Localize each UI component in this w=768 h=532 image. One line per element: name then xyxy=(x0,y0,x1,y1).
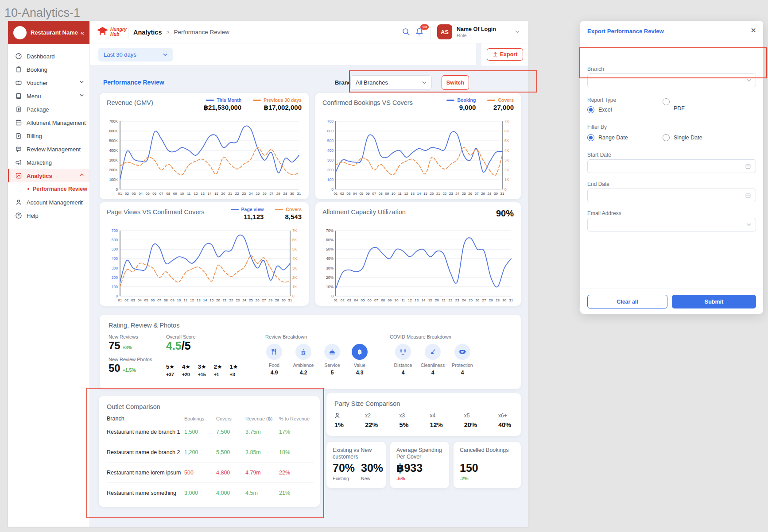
star-breakdown: 5★+37 4★+20 3★+15 2★+1 1★+3 xyxy=(166,363,238,377)
svg-text:10: 10 xyxy=(392,192,396,196)
breakdown-item-label: Food xyxy=(261,362,287,368)
user-avatar: AS xyxy=(437,24,452,39)
submit-button[interactable]: Submit xyxy=(672,295,756,308)
sidebar-item-label: Booking xyxy=(27,66,47,73)
dashboard-icon xyxy=(15,53,22,60)
sidebar-item-performance-review[interactable]: Performance Review xyxy=(8,182,89,196)
email-address-label: Email Address xyxy=(587,210,621,216)
single-date-radio-option[interactable]: Single Date xyxy=(663,134,702,141)
outlet-comparison-table: Branch Bookings Covers Revenue (฿) % to … xyxy=(107,416,314,503)
billing-icon xyxy=(15,132,22,139)
clear-all-button[interactable]: Clear all xyxy=(587,295,667,308)
user-menu[interactable]: AS Name Of Login Role xyxy=(437,24,496,39)
svg-text:09: 09 xyxy=(388,298,392,302)
pageviews-covers-chart-plot: 7007K6006K5005K4004K3003K2002K1001K00010… xyxy=(105,228,303,303)
sidebar-item-voucher[interactable]: Voucher xyxy=(8,76,89,89)
star-group: 2★+1 xyxy=(214,363,222,377)
svg-text:0: 0 xyxy=(116,187,118,192)
svg-text:27: 27 xyxy=(475,192,479,196)
sidebar-item-booking[interactable]: Booking xyxy=(8,63,89,76)
branch-cell: Restaurant name lorem ipsum xyxy=(107,470,184,476)
star-delta: +37 xyxy=(166,372,174,377)
allotment-capacity-card: Allotment Capacity Utilization 90% 70%60… xyxy=(315,202,521,306)
sidebar-item-menu[interactable]: Menu xyxy=(8,89,89,103)
svg-text:300: 300 xyxy=(327,158,334,162)
export-modal: Export Performance Review × Branch Repor… xyxy=(580,21,763,314)
svg-text:15: 15 xyxy=(209,298,213,302)
range-date-radio-option[interactable]: Range Date xyxy=(587,134,628,141)
svg-text:06: 06 xyxy=(151,298,155,302)
legend-swatch xyxy=(446,100,454,101)
svg-text:4K: 4K xyxy=(504,148,509,153)
legend-swatch xyxy=(487,100,495,101)
collapse-sidebar-button[interactable]: « xyxy=(81,29,84,36)
bookings-cell: 1,500 xyxy=(184,429,216,435)
svg-text:14: 14 xyxy=(422,298,426,302)
table-row: Restaurant name something 3,000 4,000 4.… xyxy=(107,483,314,503)
party-size-value: 20% xyxy=(464,421,477,428)
sidebar-item-billing[interactable]: Billing xyxy=(8,129,89,143)
excel-radio-option[interactable]: Excel xyxy=(587,106,612,113)
svg-text:21: 21 xyxy=(436,192,440,196)
service-icon xyxy=(329,348,336,355)
radio-selected-icon xyxy=(587,106,594,113)
sidebar-item-label: Analytics xyxy=(27,173,52,179)
sidebar-item-package[interactable]: Package xyxy=(8,103,89,116)
star-icon: ★ xyxy=(201,363,206,370)
pdf-radio-option[interactable]: PDF xyxy=(663,103,685,110)
sidebar-item-review-management[interactable]: Review Management xyxy=(8,143,89,156)
sidebar-item-dashboard[interactable]: Dashboard xyxy=(8,50,89,63)
svg-text:10: 10 xyxy=(395,298,399,302)
party-size-label: x2 xyxy=(365,412,378,420)
sidebar-item-account-management[interactable]: Account Management xyxy=(8,196,89,209)
close-icon[interactable]: × xyxy=(751,25,756,35)
switch-branch-button[interactable]: Switch xyxy=(442,75,469,90)
svg-text:15: 15 xyxy=(423,192,427,196)
email-address-input[interactable] xyxy=(587,218,756,231)
svg-text:15: 15 xyxy=(428,298,432,302)
svg-text:14: 14 xyxy=(417,192,421,196)
svg-text:31: 31 xyxy=(509,298,513,302)
date-range-select[interactable]: Last 30 days xyxy=(98,48,173,62)
branch-cell: Restaurant name de branch 1 xyxy=(107,429,184,435)
sidebar-item-analytics[interactable]: Analytics xyxy=(8,169,89,182)
start-date-input[interactable] xyxy=(587,159,756,173)
new-label: New xyxy=(361,476,383,481)
svg-text:05: 05 xyxy=(359,192,363,196)
svg-text:40%: 40% xyxy=(326,256,334,261)
avg-spending-card: Average Spending Per Cover ฿933 -5% xyxy=(390,442,449,488)
search-icon[interactable] xyxy=(402,27,411,36)
svg-text:30%: 30% xyxy=(326,266,334,270)
end-date-input[interactable] xyxy=(587,189,756,202)
existing-value: 70% xyxy=(333,462,355,474)
svg-text:02: 02 xyxy=(125,192,129,196)
date-range-value: Last 30 days xyxy=(104,51,163,58)
breadcrumb-section[interactable]: Analytics xyxy=(133,29,162,36)
legend-label: Covers xyxy=(498,97,514,103)
star-delta: +15 xyxy=(198,372,206,377)
svg-text:30: 30 xyxy=(282,298,286,302)
branch-filter-select[interactable]: All Branches xyxy=(350,75,432,90)
party-size-item: x6+40% xyxy=(498,412,511,428)
modal-branch-select[interactable] xyxy=(587,73,756,87)
sidebar-item-marketing[interactable]: Marketing xyxy=(8,156,89,169)
review-breakdown-food: Food 4.9 xyxy=(261,344,287,376)
star-icon: ★ xyxy=(233,363,238,370)
svg-text:13: 13 xyxy=(197,298,201,302)
svg-text:13: 13 xyxy=(201,192,205,196)
column-header: Covers xyxy=(216,416,245,421)
svg-text:7K: 7K xyxy=(504,119,509,123)
party-size-item: x222% xyxy=(365,412,378,428)
sidebar-item-allotment-management[interactable]: Allotment Management xyxy=(8,116,89,129)
sidebar-item-help[interactable]: Help xyxy=(8,209,89,222)
new-photos-label: New Review Photos xyxy=(109,357,152,362)
export-button[interactable]: Export xyxy=(487,48,523,61)
legend-swatch xyxy=(275,209,283,210)
page-title: 10-Analytics-1 xyxy=(4,6,80,20)
covid-distance: Distance 4 xyxy=(390,344,416,376)
chevron-down-icon xyxy=(747,223,751,226)
svg-text:09: 09 xyxy=(385,192,389,196)
svg-text:03: 03 xyxy=(132,192,136,196)
svg-text:06: 06 xyxy=(366,192,370,196)
svg-text:01: 01 xyxy=(334,192,338,196)
